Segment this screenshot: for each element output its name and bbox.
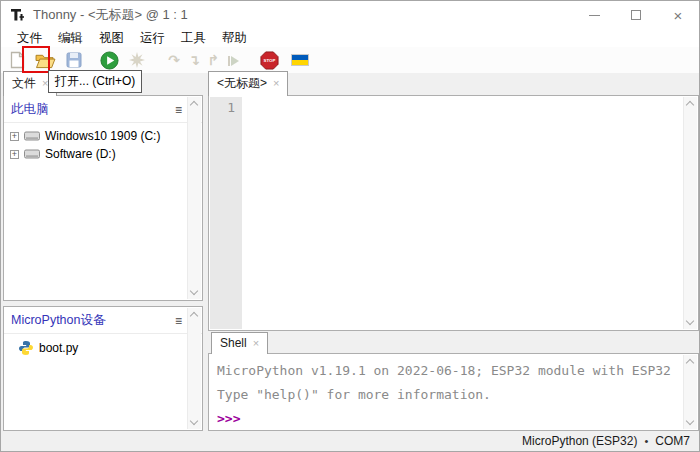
window-title: Thonny - <无标题> @ 1 : 1 [33,6,188,24]
maximize-icon [631,10,641,20]
debug-button[interactable] [127,48,147,72]
svg-text:STOP: STOP [263,58,275,63]
python-file-icon [18,340,34,356]
editor-column: <无标题> × 1 Shell × [208,73,699,433]
files-panel-header: 此电脑 ≡ [4,96,202,123]
status-port[interactable]: COM7 [655,434,690,448]
menu-tools[interactable]: 工具 [173,30,214,47]
ukraine-flag-icon [291,54,309,66]
tab-shell[interactable]: Shell × [211,332,268,354]
tree-row-drive-d[interactable]: + Software (D:) [8,145,200,163]
new-file-icon [10,51,25,69]
device-menu-icon[interactable]: ≡ [175,315,182,327]
step-over-button[interactable]: ↷ [165,48,183,72]
thonny-window: Thonny - <无标题> @ 1 : 1 × 文件 编辑 视图 运行 工具 … [0,0,700,452]
close-icon: × [674,8,683,23]
scroll-up-icon[interactable] [190,101,198,109]
menu-file[interactable]: 文件 [9,30,50,47]
tab-untitled-close-icon[interactable]: × [273,78,279,89]
editor-tab-row: <无标题> × [208,73,288,95]
main-area: 文件 × 此电脑 ≡ + Windows1 [1,73,699,433]
menu-view[interactable]: 视图 [91,30,132,47]
save-icon [66,52,82,68]
status-bar: MicroPython (ESP32) • COM7 [1,431,699,451]
minimize-button[interactable] [573,1,615,29]
drive-icon [24,130,40,142]
scroll-up-icon[interactable] [686,359,694,367]
menu-bar: 文件 编辑 视图 运行 工具 帮助 [1,29,699,47]
menu-run[interactable]: 运行 [132,30,173,47]
menu-help[interactable]: 帮助 [214,30,255,47]
drive-label: Software (D:) [45,147,116,161]
step-out-button[interactable]: ↱ [205,48,221,72]
shell-scrollbar[interactable] [683,355,697,429]
editor-scrollbar[interactable] [683,97,697,329]
run-button[interactable] [98,48,120,72]
scroll-up-icon[interactable] [190,312,198,320]
tree-row-bootpy[interactable]: boot.py [8,338,200,358]
drive-label: Windows10 1909 (C:) [45,129,160,143]
debug-icon [129,52,145,68]
language-flag-button[interactable] [289,48,311,72]
minimize-icon [589,15,600,16]
stop-button[interactable]: STOP [258,48,280,72]
device-scrollbar[interactable] [187,308,201,429]
line-number: 1 [227,100,235,115]
scroll-down-icon[interactable] [190,287,198,295]
device-panel-title: MicroPython设备 [11,312,105,329]
device-panel: MicroPython设备 ≡ boot.py [3,306,203,431]
tab-untitled[interactable]: <无标题> × [208,71,288,96]
tab-shell-label: Shell [220,336,247,350]
step-over-icon: ↷ [168,52,180,68]
tab-shell-close-icon[interactable]: × [253,338,259,349]
open-folder-icon [35,52,56,69]
code-editor[interactable]: 1 [208,95,699,331]
new-file-button[interactable] [7,48,27,72]
shell-tab-row: Shell × [208,331,268,353]
maximize-button[interactable] [615,1,657,29]
expand-icon[interactable]: + [10,132,19,141]
scroll-down-icon[interactable] [686,417,694,425]
scroll-down-icon[interactable] [190,417,198,425]
step-out-icon: ↱ [207,52,219,68]
status-backend[interactable]: MicroPython (ESP32) [522,434,637,448]
stop-icon: STOP [260,51,279,70]
menu-edit[interactable]: 编辑 [50,30,91,47]
tree-row-drive-c[interactable]: + Windows10 1909 (C:) [8,127,200,145]
thonny-logo-icon [10,8,26,23]
scroll-up-icon[interactable] [686,101,694,109]
tab-files-label: 文件 [12,75,36,92]
shell-output[interactable]: MicroPython v1.19.1 on 2022-06-18; ESP32… [208,353,699,431]
device-panel-header: MicroPython设备 ≡ [4,307,202,334]
status-separator: • [644,435,648,447]
device-tree: boot.py [4,334,202,360]
step-into-button[interactable]: ↴ [186,48,202,72]
resume-icon [228,53,239,67]
files-panel: 此电脑 ≡ + Windows10 1909 (C:) + [3,95,203,301]
shell-line: MicroPython v1.19.1 on 2022-06-18; ESP32… [217,359,698,383]
run-icon [100,51,119,70]
line-number-gutter: 1 [210,97,242,329]
tab-untitled-label: <无标题> [217,75,267,92]
files-menu-icon[interactable]: ≡ [175,104,182,116]
expand-icon[interactable]: + [10,150,19,159]
step-into-icon: ↴ [188,52,200,68]
save-button[interactable] [64,48,84,72]
device-file-label: boot.py [39,341,78,355]
shell-line: Type "help()" for more information. [217,383,698,407]
left-sidebar: 文件 × 此电脑 ≡ + Windows1 [3,73,203,433]
files-scrollbar[interactable] [187,97,201,299]
scroll-down-icon[interactable] [686,317,694,325]
shell-prompt: >>> [217,407,698,431]
files-panel-title: 此电脑 [11,101,49,118]
files-tree: + Windows10 1909 (C:) + Softwa [4,123,202,165]
open-tooltip: 打开... (Ctrl+O) [48,70,142,93]
open-file-button[interactable] [33,48,57,72]
resume-button[interactable] [224,48,242,72]
drive-icon [24,148,40,160]
close-button[interactable]: × [657,1,699,29]
title-bar: Thonny - <无标题> @ 1 : 1 × [1,1,699,29]
